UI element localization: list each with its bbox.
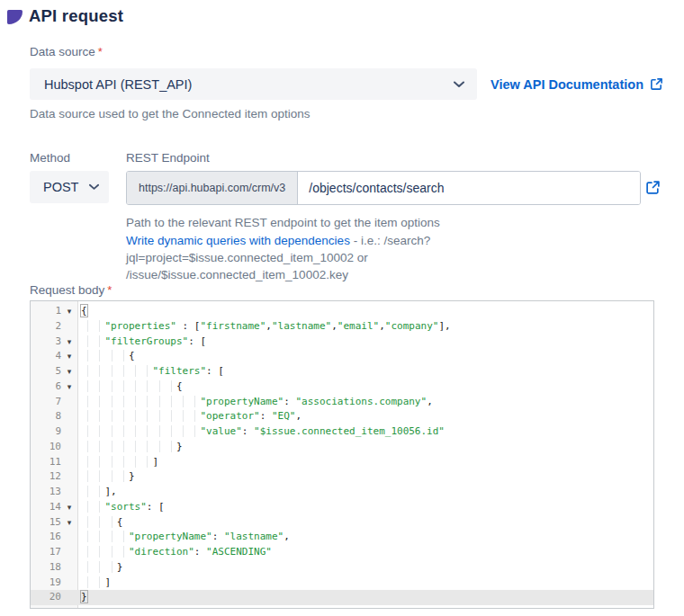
code-line[interactable]: 18 } bbox=[31, 560, 653, 576]
code-line[interactable]: 5▾ "filters": [ bbox=[31, 364, 653, 379]
fold-spacer bbox=[61, 440, 77, 455]
chevron-down-icon bbox=[454, 81, 477, 88]
code-line[interactable]: 16 "propertyName": "lastname", bbox=[31, 530, 653, 545]
code-line-text: "propertyName": "associations.company", bbox=[77, 395, 433, 410]
method-select[interactable]: POST bbox=[30, 171, 109, 203]
method-value: POST bbox=[30, 180, 78, 194]
line-number-gutter[interactable]: 2 bbox=[31, 319, 77, 335]
code-line[interactable]: 14▾ "sorts": [ bbox=[31, 500, 653, 515]
endpoint-path-input[interactable] bbox=[298, 172, 640, 204]
code-line[interactable]: 8 "operator": "EQ", bbox=[31, 409, 653, 424]
view-api-documentation-link[interactable]: View API Documentation bbox=[490, 77, 663, 92]
dynamic-queries-link[interactable]: Write dynamic queries with dependencies bbox=[126, 234, 350, 247]
endpoint-helper: Path to the relevant REST endpoint to ge… bbox=[126, 216, 440, 229]
fold-spacer bbox=[61, 545, 77, 560]
open-endpoint-external-link-icon[interactable] bbox=[644, 179, 661, 195]
fold-toggle-icon[interactable]: ▾ bbox=[61, 500, 77, 515]
line-number-gutter[interactable]: 17 bbox=[31, 545, 77, 560]
code-line[interactable]: 13 ], bbox=[31, 485, 653, 500]
code-line[interactable]: 2 "properties" : ["firstname","lastname"… bbox=[31, 319, 653, 335]
code-line[interactable]: 7 "propertyName": "associations.company"… bbox=[31, 395, 653, 410]
code-line[interactable]: 15▾ { bbox=[31, 515, 653, 531]
dynamic-queries-line2: /issue/$issue.connected_item_10002.key bbox=[126, 266, 657, 283]
code-line-text: } bbox=[77, 469, 135, 485]
code-line-text: "operator": "EQ", bbox=[77, 409, 302, 424]
fold-spacer bbox=[61, 530, 77, 545]
data-source-helper: Data source used to get the Connected it… bbox=[30, 107, 310, 121]
code-line[interactable]: 11 ] bbox=[31, 455, 653, 470]
line-number-gutter[interactable]: 9 bbox=[31, 424, 77, 440]
code-line-text: } bbox=[77, 560, 122, 576]
endpoint-base-url: https://api.hubapi.com/crm/v3 bbox=[127, 172, 298, 204]
line-number-gutter[interactable]: 8 bbox=[31, 409, 77, 424]
line-number-gutter[interactable]: 13 bbox=[31, 485, 77, 500]
fold-spacer bbox=[61, 590, 77, 605]
code-line-text: "filters": [ bbox=[77, 364, 224, 379]
text-cursor bbox=[87, 590, 88, 602]
external-link-icon bbox=[650, 77, 663, 91]
line-number-gutter[interactable]: 20 bbox=[31, 590, 77, 605]
code-line-text: ] bbox=[77, 455, 158, 470]
fold-toggle-icon[interactable]: ▾ bbox=[61, 364, 77, 379]
code-line[interactable]: 6▾ { bbox=[31, 379, 653, 395]
fold-toggle-icon[interactable]: ▾ bbox=[61, 515, 77, 531]
line-number-gutter[interactable]: 6▾ bbox=[31, 379, 77, 395]
fold-spacer bbox=[61, 560, 77, 576]
required-asterisk: * bbox=[98, 45, 103, 58]
line-number-gutter[interactable]: 3▾ bbox=[31, 335, 77, 350]
line-number-gutter[interactable]: 19 bbox=[31, 576, 77, 591]
code-line-text: "filterGroups": [ bbox=[77, 335, 206, 350]
required-asterisk: * bbox=[107, 283, 112, 297]
code-line[interactable]: 4▾ { bbox=[31, 349, 653, 364]
line-number-gutter[interactable]: 11 bbox=[31, 455, 77, 470]
code-line-text: { bbox=[77, 379, 183, 395]
fold-spacer bbox=[61, 409, 77, 424]
dynamic-queries-line1: Write dynamic queries with dependencies … bbox=[126, 232, 657, 266]
request-body-label: Request body* bbox=[30, 283, 112, 297]
line-number-gutter[interactable]: 4▾ bbox=[31, 349, 77, 364]
line-number-gutter[interactable]: 14▾ bbox=[31, 500, 77, 515]
code-line[interactable]: 10 } bbox=[31, 440, 653, 455]
code-line[interactable]: 17 "direction": "ASCENDING" bbox=[31, 545, 653, 560]
page-title: API request bbox=[29, 6, 123, 26]
code-line-text: } bbox=[77, 590, 88, 605]
fold-spacer bbox=[61, 455, 77, 470]
data-source-value: Hubspot API (REST_API) bbox=[30, 77, 192, 92]
code-line-text: { bbox=[77, 304, 87, 319]
method-label: Method bbox=[30, 151, 70, 165]
line-number-gutter[interactable]: 15▾ bbox=[31, 515, 77, 531]
code-line[interactable]: 19 ] bbox=[31, 576, 653, 591]
fold-toggle-icon[interactable]: ▾ bbox=[61, 304, 77, 319]
fold-spacer bbox=[61, 576, 77, 591]
line-number-gutter[interactable]: 16 bbox=[31, 530, 77, 545]
code-editor-lines: 1▾{2 "properties" : ["firstname","lastna… bbox=[31, 304, 653, 605]
line-number-gutter[interactable]: 1▾ bbox=[31, 304, 77, 319]
chevron-down-icon bbox=[89, 183, 109, 191]
fold-toggle-icon[interactable]: ▾ bbox=[61, 335, 77, 350]
line-number-gutter[interactable]: 10 bbox=[31, 440, 77, 455]
code-line-text: "direction": "ASCENDING" bbox=[77, 545, 272, 560]
line-number-gutter[interactable]: 5▾ bbox=[31, 364, 77, 379]
code-line-text: "sorts": [ bbox=[77, 500, 165, 515]
fold-spacer bbox=[61, 485, 77, 500]
line-number-gutter[interactable]: 18 bbox=[31, 560, 77, 576]
code-line[interactable]: 1▾{ bbox=[31, 304, 653, 319]
code-line-text: "properties" : ["firstname","lastname","… bbox=[77, 319, 451, 335]
code-line[interactable]: 3▾ "filterGroups": [ bbox=[31, 335, 653, 350]
code-line-text: ] bbox=[77, 576, 111, 591]
code-line-text: } bbox=[77, 440, 183, 455]
app-badge-icon bbox=[7, 10, 22, 24]
request-body-code-editor[interactable]: 1▾{2 "properties" : ["firstname","lastna… bbox=[30, 300, 654, 609]
code-line[interactable]: 20} bbox=[31, 590, 653, 605]
fold-toggle-icon[interactable]: ▾ bbox=[61, 349, 77, 364]
code-line-text: "value": "$issue.connected_item_10056.id… bbox=[77, 424, 445, 440]
code-line[interactable]: 12 } bbox=[31, 469, 653, 485]
code-line-text: { bbox=[77, 515, 122, 531]
data-source-select[interactable]: Hubspot API (REST_API) bbox=[30, 68, 477, 100]
line-number-gutter[interactable]: 12 bbox=[31, 469, 77, 485]
code-line-text: ], bbox=[77, 485, 117, 500]
code-line[interactable]: 9 "value": "$issue.connected_item_10056.… bbox=[31, 424, 653, 440]
fold-toggle-icon[interactable]: ▾ bbox=[61, 379, 77, 395]
code-line-text: "propertyName": "lastname", bbox=[77, 530, 290, 545]
line-number-gutter[interactable]: 7 bbox=[31, 395, 77, 410]
